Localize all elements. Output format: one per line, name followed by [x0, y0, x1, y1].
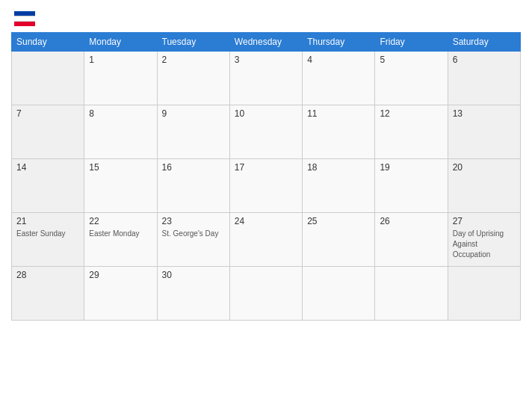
calendar-cell: 22Easter Monday: [84, 213, 157, 267]
day-number: 20: [453, 162, 516, 173]
calendar-cell: 10: [229, 105, 302, 159]
calendar-cell: 15: [84, 159, 157, 213]
calendar-cell: [448, 267, 520, 321]
day-number: 12: [380, 108, 442, 119]
calendar-cell: 24: [229, 213, 302, 267]
day-number: 27: [453, 216, 516, 226]
day-number: 24: [235, 216, 297, 226]
calendar-cell: 4: [303, 52, 375, 105]
day-number: 9: [162, 108, 225, 119]
day-number: 4: [307, 55, 370, 65]
calendar-cell: 30: [157, 267, 229, 321]
day-number: 19: [380, 162, 442, 173]
day-number: 3: [235, 55, 297, 65]
calendar-cell: 28: [12, 267, 84, 321]
day-number: 11: [307, 108, 370, 119]
calendar-cell: 16: [157, 159, 229, 213]
calendar-cell: [303, 267, 375, 321]
weekday-header: Sunday: [12, 33, 84, 52]
calendar-cell: 9: [157, 105, 229, 159]
holiday-label: Easter Monday: [89, 229, 139, 238]
weekday-header: Wednesday: [229, 33, 302, 52]
calendar-cell: 7: [12, 105, 84, 159]
holiday-label: St. George's Day: [162, 229, 219, 238]
calendar-header-row: SundayMondayTuesdayWednesdayThursdayFrid…: [12, 33, 521, 52]
calendar-cell: [375, 267, 448, 321]
day-number: 13: [453, 108, 516, 119]
weekday-header: Saturday: [448, 33, 520, 52]
calendar-cell: 12: [375, 105, 448, 159]
calendar-cell: 14: [12, 159, 84, 213]
day-number: 1: [89, 55, 152, 65]
calendar-cell: 5: [375, 52, 448, 105]
day-number: 15: [89, 162, 152, 173]
day-number: 21: [16, 216, 79, 226]
logo: [11, 11, 35, 26]
calendar-cell: 2: [157, 52, 229, 105]
calendar-cell: 27Day of Uprising Against Occupation: [448, 213, 520, 267]
calendar-cell: 19: [375, 159, 448, 213]
day-number: 14: [16, 162, 79, 173]
weekday-header: Friday: [375, 33, 448, 52]
day-number: 17: [235, 162, 297, 173]
calendar-cell: 13: [448, 105, 520, 159]
day-number: 8: [89, 108, 152, 119]
calendar-week-row: 21Easter Sunday22Easter Monday23St. Geor…: [12, 213, 521, 267]
holiday-label: Day of Uprising Against Occupation: [453, 229, 504, 259]
day-number: 30: [162, 270, 225, 280]
weekday-header: Thursday: [303, 33, 375, 52]
holiday-label: Easter Sunday: [16, 229, 66, 238]
calendar-week-row: 14151617181920: [12, 159, 521, 213]
day-number: 23: [162, 216, 225, 226]
calendar-cell: 20: [448, 159, 520, 213]
calendar-cell: [12, 52, 84, 105]
weekday-header: Monday: [84, 33, 157, 52]
day-number: 6: [453, 55, 516, 65]
day-number: 10: [235, 108, 297, 119]
day-number: 16: [162, 162, 225, 173]
day-number: 5: [380, 55, 442, 65]
day-number: 22: [89, 216, 152, 226]
calendar-cell: 23St. George's Day: [157, 213, 229, 267]
calendar-cell: 29: [84, 267, 157, 321]
weekday-header: Tuesday: [157, 33, 229, 52]
day-number: 29: [89, 270, 152, 280]
day-number: 26: [380, 216, 442, 226]
calendar-cell: 6: [448, 52, 520, 105]
calendar-cell: 11: [303, 105, 375, 159]
calendar-cell: 21Easter Sunday: [12, 213, 84, 267]
day-number: 7: [16, 108, 79, 119]
calendar-cell: [229, 267, 302, 321]
calendar-week-row: 282930: [12, 267, 521, 321]
calendar-week-row: 123456: [12, 52, 521, 105]
day-number: 2: [162, 55, 225, 65]
calendar-cell: 26: [375, 213, 448, 267]
logo-flag-icon: [14, 11, 35, 26]
calendar-week-row: 78910111213: [12, 105, 521, 159]
header: [11, 11, 521, 26]
calendar-table: SundayMondayTuesdayWednesdayThursdayFrid…: [11, 32, 521, 321]
day-number: 28: [16, 270, 79, 280]
calendar-cell: 17: [229, 159, 302, 213]
day-number: 25: [307, 216, 370, 226]
calendar-cell: 25: [303, 213, 375, 267]
calendar-cell: 1: [84, 52, 157, 105]
calendar-cell: 8: [84, 105, 157, 159]
calendar-cell: 3: [229, 52, 302, 105]
day-number: 18: [307, 162, 370, 173]
calendar-cell: 18: [303, 159, 375, 213]
